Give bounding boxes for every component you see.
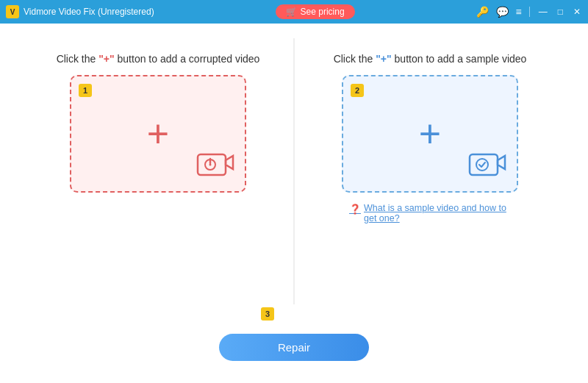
plus-sign-right: "+" [376,53,391,65]
svg-rect-0 [198,154,226,175]
app-title: Vidmore Video Fix (Unregistered) [24,7,154,17]
sample-video-link[interactable]: ❓ What is a sample video and how to get … [349,203,511,223]
right-panel: Click the "+" button to add a sample vid… [294,53,566,223]
svg-point-5 [476,159,488,171]
repair-button[interactable]: Repair [219,334,369,361]
panels: Click the "+" button to add a corrupted … [0,24,588,319]
sample-camera-icon [468,147,506,181]
left-panel-label: Click the "+" button to add a corrupted … [44,53,272,65]
cart-icon: 🛒 [286,7,297,17]
title-right: 🔑 💬 ≡ — □ ✕ [476,6,582,18]
divider [529,7,530,17]
menu-icon[interactable]: ≡ [516,6,522,18]
badge-2: 2 [351,84,364,97]
corrupted-camera-icon [196,147,234,181]
sample-link-text: What is a sample video and how to get on… [364,203,511,223]
maximize-button[interactable]: □ [556,7,564,17]
question-icon: ❓ [349,204,361,215]
plus-sign-left: "+" [98,53,114,65]
corrupted-video-dropzone[interactable]: 1 + [70,75,246,193]
title-center: 🛒 See pricing [154,4,476,19]
key-icon[interactable]: 🔑 [476,6,489,18]
title-bar: V Vidmore Video Fix (Unregistered) 🛒 See… [0,0,588,24]
app-logo: V [6,5,19,18]
sample-video-dropzone[interactable]: 2 + [342,75,518,193]
badge-1: 1 [79,84,92,97]
see-pricing-button[interactable]: 🛒 See pricing [276,4,355,19]
right-panel-label: Click the "+" button to add a sample vid… [316,53,544,65]
close-button[interactable]: ✕ [572,7,582,17]
see-pricing-label: See pricing [301,7,345,17]
badge-3: 3 [261,307,274,321]
add-corrupted-icon: + [147,115,169,153]
minimize-button[interactable]: — [537,7,549,17]
main-content: Click the "+" button to add a corrupted … [0,24,588,383]
bottom-section: 3 Repair [0,319,588,383]
chat-icon[interactable]: 💬 [496,6,509,18]
title-left: V Vidmore Video Fix (Unregistered) [6,5,154,18]
add-sample-icon: + [419,115,441,153]
left-panel: Click the "+" button to add a corrupted … [22,53,294,193]
